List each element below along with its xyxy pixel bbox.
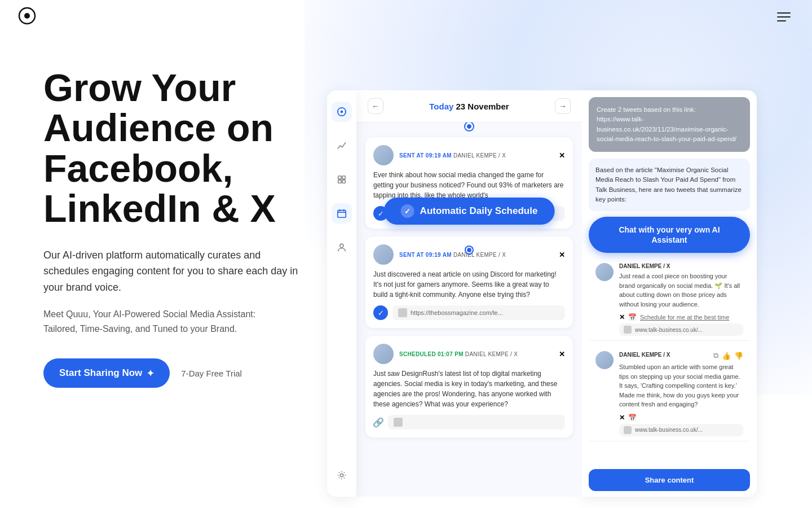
ai-post-icons-1: ✕ 📅 Schedule for me at the best time — [619, 313, 743, 321]
ai-link-favicon-2 — [624, 426, 632, 434]
post-time-3: SCHEDULED 01:07 PM DANIEL KEMPE / X — [399, 351, 553, 357]
ai-action-label: Share content — [645, 476, 694, 484]
schedule-link-1[interactable]: Schedule for me at the best time — [640, 314, 729, 321]
check-circle-2: ✓ — [373, 305, 388, 320]
timeline-area: SENT AT 09:19 AM DANIEL KEMPE / X ✕ Ever… — [356, 122, 582, 497]
ai-post-content-2: DANIEL KEMPE / X ⧉ 👍 👎 Stumbled upon an … — [619, 351, 743, 436]
x-icon-ai-1: ✕ — [619, 313, 625, 321]
svg-point-13 — [340, 474, 343, 476]
x-brand-icon-3: ✕ — [559, 350, 565, 358]
svg-point-1 — [24, 13, 30, 19]
ai-avatar-1 — [595, 263, 614, 281]
hero-meet-text: Meet Quuu, Your AI-Powered Social Media … — [43, 307, 269, 336]
ai-post-link-row-2[interactable]: www.talk-business.co.uk/... — [619, 424, 743, 436]
date-nav: ← Today 23 November → — [356, 90, 582, 122]
ai-post-text-1: Just read a cool piece on boosting your … — [619, 271, 743, 309]
ai-link-text-2: www.talk-business.co.uk/... — [635, 427, 703, 433]
svg-rect-6 — [338, 180, 341, 183]
ai-response-area: Based on the article "Maximise Organic S… — [582, 159, 757, 463]
chat-ai-label: Chat with your very own AI Assistant — [619, 225, 720, 244]
auto-schedule-pill[interactable]: ✓ Automatic Daily Schedule — [384, 198, 555, 225]
mockup-container: ← Today 23 November → SENT AT 09:19 AM D… — [327, 90, 806, 497]
sidebar-item-user[interactable] — [332, 237, 352, 257]
avatar-1 — [373, 145, 394, 165]
favicon-2 — [398, 308, 407, 317]
x-brand-icon-2: ✕ — [559, 251, 565, 259]
right-panel: Create 2 tweets based on this link: http… — [582, 90, 757, 497]
svg-point-3 — [341, 111, 343, 113]
main-panel: ← Today 23 November → SENT AT 09:19 AM D… — [356, 90, 582, 497]
ai-avatar-2 — [595, 351, 614, 369]
timeline-top-dot — [465, 122, 473, 130]
calendar-icon-ai-2: 📅 — [628, 414, 637, 422]
prev-date-button[interactable]: ← — [368, 98, 383, 114]
post-card-3: SCHEDULED 01:07 PM DANIEL KEMPE / X ✕ Ju… — [365, 336, 573, 437]
sidebar — [327, 90, 356, 497]
post-time-1: SENT AT 09:19 AM DANIEL KEMPE / X — [399, 152, 553, 159]
ai-post-1: DANIEL KEMPE / X Just read a cool piece … — [589, 259, 750, 341]
sparkle-icon: ✦ — [147, 368, 154, 379]
sidebar-item-calendar[interactable] — [332, 203, 352, 224]
sidebar-item-chart[interactable] — [332, 135, 352, 156]
post-link-2[interactable]: https://thebossmagazine.com/le... — [392, 305, 565, 320]
svg-rect-5 — [342, 176, 345, 179]
start-sharing-button[interactable]: Start Sharing Now ✦ — [43, 358, 170, 388]
post-time-2: SENT AT 09:19 AM DANIEL KEMPE / X — [399, 252, 553, 258]
ai-prompt-text: Create 2 tweets based on this link: http… — [597, 105, 742, 144]
x-icon-ai-2: ✕ — [619, 414, 625, 422]
header — [0, 0, 812, 34]
hero-title: Grow Your Audience on Facebook, LinkedIn… — [43, 68, 337, 229]
ai-post-content-1: DANIEL KEMPE / X Just read a cool piece … — [619, 263, 743, 336]
ai-link-text-1: www.talk-business.co.uk/... — [635, 327, 703, 333]
ai-link-favicon-1 — [624, 326, 632, 334]
hero-content: Grow Your Audience on Facebook, LinkedIn… — [43, 68, 337, 388]
timeline-mid-dot — [466, 247, 473, 253]
svg-point-12 — [340, 244, 343, 247]
post-body-2: Just discovered a neat article on using … — [373, 269, 565, 300]
ai-post-meta-1: DANIEL KEMPE / X — [619, 263, 743, 269]
sidebar-item-settings[interactable] — [332, 465, 352, 485]
ai-post-link-row-1[interactable]: www.talk-business.co.uk/... — [619, 323, 743, 336]
post-actions-2: ⧉ 👍 👎 — [713, 351, 743, 360]
ai-prompt-card: Create 2 tweets based on this link: http… — [589, 97, 750, 152]
post-link-3[interactable] — [388, 415, 565, 430]
next-date-button[interactable]: → — [555, 98, 571, 114]
thumbsdown-icon[interactable]: 👎 — [734, 352, 743, 360]
copy-icon[interactable]: ⧉ — [713, 351, 718, 360]
post-body-1: Ever think about how social media change… — [373, 170, 565, 200]
svg-rect-8 — [338, 211, 346, 218]
cta-row: Start Sharing Now ✦ 7-Day Free Trial — [43, 358, 337, 388]
date-nav-title: Today 23 November — [429, 102, 509, 111]
calendar-icon-ai-1: 📅 — [628, 313, 637, 321]
ai-action-button[interactable]: Share content — [589, 469, 750, 491]
ai-post-meta-2: DANIEL KEMPE / X — [619, 352, 670, 358]
ai-response-text: Based on the article "Maximise Organic S… — [595, 165, 743, 204]
auto-schedule-label: Automatic Daily Schedule — [420, 205, 538, 217]
post-body-3: Just saw DesignRush's latest list of top… — [373, 369, 565, 409]
chat-ai-pill[interactable]: Chat with your very own AI Assistant — [589, 217, 750, 253]
hero-subtitle: Our AI-driven platform automatically cur… — [43, 247, 303, 296]
trial-text: 7-Day Free Trial — [181, 369, 242, 378]
svg-rect-7 — [342, 180, 345, 183]
svg-rect-4 — [338, 176, 341, 179]
ai-response-card: Based on the article "Maximise Organic S… — [589, 159, 750, 211]
avatar-3 — [373, 344, 394, 364]
thumbsup-icon[interactable]: 👍 — [722, 352, 731, 360]
avatar-2 — [373, 244, 394, 265]
ai-post-text-2: Stumbled upon an article with some great… — [619, 362, 743, 409]
ai-post-icons-2: ✕ 📅 — [619, 414, 743, 422]
favicon-3 — [394, 418, 403, 427]
link-icon-3: 🔗 — [373, 417, 383, 427]
sidebar-item-grid[interactable] — [332, 169, 352, 190]
x-brand-icon-1: ✕ — [559, 151, 565, 160]
logo[interactable] — [18, 7, 36, 27]
hamburger-menu[interactable] — [774, 9, 794, 25]
cta-label: Start Sharing Now — [59, 367, 142, 379]
pill-check-icon: ✓ — [401, 204, 414, 218]
sidebar-item-compass[interactable] — [332, 102, 352, 122]
ai-post-2: DANIEL KEMPE / X ⧉ 👍 👎 Stumbled upon an … — [589, 347, 750, 441]
link-text-2: https://thebossmagazine.com/le... — [411, 309, 503, 316]
